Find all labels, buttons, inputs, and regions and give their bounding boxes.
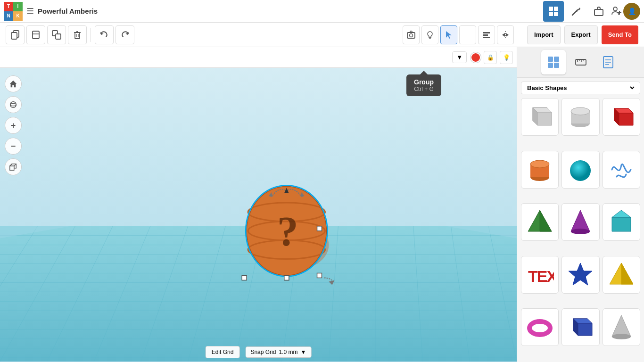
svg-line-71 <box>413 226 423 362</box>
list-icon[interactable]: ☰ <box>26 6 34 16</box>
orbit-btn[interactable] <box>5 96 22 113</box>
app-title: Powerful Amberis <box>38 7 543 15</box>
shape-cone-grey[interactable] <box>603 308 640 346</box>
svg-point-134 <box>612 334 631 339</box>
align-icon <box>482 30 491 40</box>
viewport-3d[interactable]: Group Ctrl + G ▼ 🔒 💡 <box>0 47 517 362</box>
svg-marker-133 <box>612 315 631 337</box>
ruler-panel-btn[interactable] <box>569 50 593 74</box>
select-btn[interactable] <box>440 25 457 44</box>
export-btn[interactable]: Export <box>564 25 598 44</box>
shape-star-blue[interactable] <box>561 256 599 294</box>
snap-grid-control: Snap Grid 1.0 mm ▼ <box>245 346 311 358</box>
shapes-selector[interactable]: Basic Shapes Featured Shapes Letters Num… <box>521 82 640 94</box>
zoom-out-btn[interactable]: − <box>5 138 22 155</box>
shape-box-red[interactable] <box>603 98 640 136</box>
logo-t: T <box>4 2 13 11</box>
svg-marker-75 <box>0 226 70 255</box>
person-add-icon <box>611 5 621 16</box>
shape-pyramid-green[interactable] <box>521 203 559 241</box>
svg-rect-95 <box>548 63 553 68</box>
ruler-panel-icon <box>574 56 587 69</box>
svg-marker-120 <box>540 210 552 231</box>
svg-rect-87 <box>317 226 322 231</box>
shape-text-red[interactable]: TEXT <box>521 256 559 294</box>
svg-marker-128 <box>621 263 633 284</box>
import-btn[interactable]: Import <box>527 25 560 44</box>
lock-btn[interactable]: 🔒 <box>484 51 497 64</box>
notes-panel-btn[interactable] <box>596 50 620 74</box>
shape-box-blue[interactable] <box>561 308 599 346</box>
briefcase-btn[interactable] <box>588 1 609 22</box>
reset-view-btn[interactable] <box>5 158 22 175</box>
toolbar-right: Import Export Send To <box>403 25 638 44</box>
select-icon <box>444 30 454 40</box>
shapes-dropdown[interactable]: Basic Shapes Featured Shapes Letters Num… <box>525 84 636 92</box>
logo-n: N <box>4 11 13 21</box>
briefcase-icon <box>594 6 604 16</box>
grid-view-btn[interactable] <box>543 1 564 22</box>
svg-line-67 <box>235 226 263 362</box>
undo-btn[interactable] <box>95 25 114 44</box>
shape-torus-magenta[interactable] <box>521 308 559 346</box>
shape-prism-teal[interactable] <box>603 203 640 241</box>
delete-btn[interactable] <box>68 25 87 44</box>
app-logo[interactable]: T I N K <box>4 2 23 21</box>
shape-cylinder-orange[interactable] <box>521 151 559 189</box>
notes-panel-icon <box>602 56 615 69</box>
redo-btn[interactable] <box>116 25 134 44</box>
align-btn[interactable] <box>478 25 495 44</box>
shape-scribble[interactable] <box>603 151 640 189</box>
view-dropdown[interactable]: ▼ <box>452 51 467 63</box>
svg-rect-85 <box>284 275 289 280</box>
hole-btn[interactable] <box>459 25 476 44</box>
shape-pyramid-yellow[interactable] <box>603 256 640 294</box>
copy-btn[interactable] <box>6 25 25 44</box>
camera-btn[interactable] <box>403 25 420 44</box>
duplicate-btn[interactable] <box>47 25 66 44</box>
svg-line-61 <box>0 226 38 362</box>
svg-rect-93 <box>548 57 553 62</box>
mirror-btn[interactable] <box>497 25 514 44</box>
bulb-btn[interactable] <box>421 25 438 44</box>
svg-point-81 <box>248 240 325 259</box>
shape-sphere-teal[interactable] <box>561 151 599 189</box>
svg-marker-123 <box>612 217 631 231</box>
svg-point-111 <box>571 107 590 115</box>
svg-point-82 <box>246 185 327 276</box>
svg-point-7 <box>613 7 617 11</box>
svg-line-68 <box>282 226 301 362</box>
shape-cylinder-grey[interactable] <box>561 98 599 136</box>
right-panel: Basic Shapes Featured Shapes Letters Num… <box>517 47 644 362</box>
cut-btn[interactable] <box>26 25 45 44</box>
toolbar: Import Export Send To <box>0 23 644 47</box>
svg-rect-88 <box>317 273 322 278</box>
trash-icon <box>73 30 82 40</box>
svg-point-22 <box>410 33 413 37</box>
svg-marker-121 <box>571 210 590 231</box>
send-to-btn[interactable]: Send To <box>602 25 638 44</box>
add-user-btn[interactable] <box>611 5 621 17</box>
shape-box-grey[interactable] <box>521 98 559 136</box>
snap-grid-dropdown[interactable]: ▼ <box>300 349 306 355</box>
zoom-in-btn[interactable]: + <box>5 117 22 134</box>
edit-grid-btn[interactable]: Edit Grid <box>206 346 240 358</box>
visibility-btn[interactable]: 💡 <box>500 51 513 64</box>
pickaxe-btn[interactable] <box>566 1 586 22</box>
grid-panel-btn[interactable] <box>541 50 566 74</box>
user-avatar[interactable]: 👤 <box>623 3 640 20</box>
shapes-grid: TEXT <box>517 98 644 362</box>
svg-point-129 <box>529 321 550 335</box>
cut-icon <box>31 30 41 40</box>
duplicate-icon <box>52 30 61 40</box>
color-picker[interactable] <box>471 52 481 63</box>
home-btn[interactable] <box>5 75 22 92</box>
svg-point-117 <box>530 160 549 168</box>
svg-rect-96 <box>554 63 559 68</box>
nav-right: 👤 <box>543 1 640 22</box>
svg-marker-30 <box>502 33 505 37</box>
svg-rect-15 <box>56 34 61 39</box>
svg-text:TEXT: TEXT <box>528 267 554 285</box>
shape-cone-purple[interactable] <box>561 203 599 241</box>
svg-rect-11 <box>11 33 17 39</box>
